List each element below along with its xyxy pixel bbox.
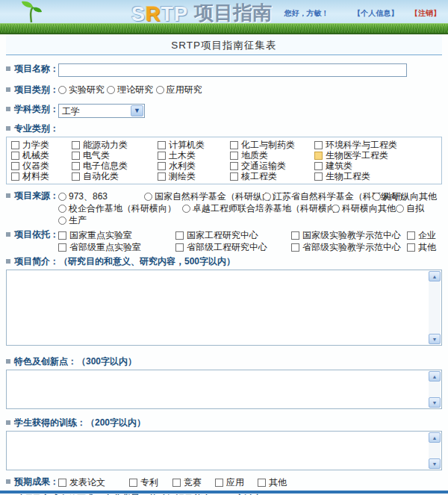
logout-link[interactable]: 【注销】: [411, 9, 441, 17]
radio-icon: [107, 86, 115, 94]
subject-select-value: 工学: [59, 105, 130, 117]
bullet-icon: [6, 87, 10, 92]
radio-option[interactable]: 自拟: [396, 202, 424, 214]
radio-option[interactable]: 国家自然科学基金（科研纵向）: [144, 190, 263, 202]
project-type-label: 项目类别：: [6, 84, 58, 96]
scroll-up-icon[interactable]: ▲: [429, 432, 441, 443]
checkbox-option[interactable]: 国家重点实验室: [58, 229, 175, 241]
radio-option-theory[interactable]: 理论研究: [107, 84, 153, 95]
field-project-source: 项目来源： 973、863 国家自然科学基金（科研纵向） 江苏省自然科学基金（科…: [6, 190, 442, 226]
checkbox-icon: [291, 231, 299, 240]
checkbox-icon: [11, 141, 19, 149]
checkbox-option[interactable]: 省部级实验教学示范中心: [291, 241, 407, 253]
radio-option[interactable]: 生产: [58, 214, 87, 226]
field-project-type: 项目类别： 实验研究 理论研究 应用研究: [6, 84, 442, 96]
project-name-label: 项目名称：: [6, 63, 58, 75]
checkbox-icon: [158, 172, 166, 181]
checkbox-icon: [407, 231, 415, 240]
radio-option[interactable]: 973、863: [58, 190, 144, 202]
scroll-down-icon[interactable]: ▼: [429, 397, 441, 408]
outcomes-label: 预期成果：: [6, 476, 58, 488]
sprout-icon: [16, 1, 48, 25]
form-title-area: SRTP项目指南征集表: [6, 34, 442, 55]
checkbox-icon: [291, 243, 299, 252]
radio-icon: [182, 205, 190, 213]
checkbox-icon: [11, 152, 19, 160]
scroll-up-icon[interactable]: ▲: [429, 371, 441, 382]
personal-info-link[interactable]: 【个人信息】: [353, 9, 398, 17]
scroll-up-icon[interactable]: ▲: [429, 271, 441, 281]
checkbox-option[interactable]: 企业: [407, 229, 436, 241]
checkbox-icon: [72, 172, 80, 181]
radio-option[interactable]: 卓越工程师联合培养基地（科研横向）: [182, 202, 332, 214]
logo-letter: S: [131, 3, 146, 25]
greeting-text: 您好，方敏！: [284, 9, 329, 17]
bullet-icon: [6, 232, 10, 237]
checkbox-option[interactable]: 发表论文: [58, 476, 129, 488]
checkbox-icon: [258, 479, 266, 487]
checkbox-option[interactable]: 应用: [215, 476, 258, 488]
radio-icon: [156, 86, 164, 94]
checkbox-option[interactable]: 国家级实验教学示范中心: [291, 229, 407, 241]
checkbox-option[interactable]: 其他: [407, 241, 436, 253]
checkbox-icon: [314, 141, 323, 149]
bullet-icon: [6, 107, 10, 111]
subject-select[interactable]: 工学 ▼: [58, 104, 145, 118]
checkbox-option[interactable]: 省部级重点实验室: [58, 241, 175, 253]
radio-option[interactable]: 校企合作基地（科研横向）: [58, 202, 182, 214]
checkbox-option[interactable]: 国家工程研究中心: [175, 229, 291, 241]
form-title: SRTP项目指南征集表: [171, 40, 276, 51]
features-label: 特色及创新点：（300字以内）: [6, 356, 442, 367]
radio-icon: [58, 86, 66, 94]
radio-icon: [144, 193, 152, 201]
checkbox-option[interactable]: 测绘类: [158, 170, 230, 183]
checkbox-icon: [158, 141, 166, 149]
scroll-down-icon[interactable]: ▼: [429, 458, 441, 469]
page-header: SRTP项目指南 您好，方敏！ 【个人信息】 【注销】: [0, 0, 448, 34]
bullet-icon: [6, 193, 10, 198]
checkbox-icon: [58, 231, 66, 240]
checkbox-icon: [230, 172, 238, 181]
training-textarea[interactable]: ▲ ▼: [6, 431, 442, 470]
radio-option[interactable]: 科研纵向其他: [373, 190, 437, 202]
logo-letter: T: [161, 3, 175, 25]
radio-icon: [58, 217, 66, 225]
logo-title: 项目指南: [194, 1, 272, 24]
scrollbar[interactable]: ▲ ▼: [429, 271, 441, 344]
checkbox-icon: [314, 162, 323, 170]
radio-icon: [58, 205, 66, 213]
logo-letter: P: [174, 3, 188, 25]
radio-option-applied[interactable]: 应用研究: [156, 84, 202, 95]
project-name-input[interactable]: [58, 63, 407, 77]
checkbox-icon: [11, 172, 19, 181]
chevron-down-icon[interactable]: ▼: [131, 105, 143, 116]
checkbox-option[interactable]: 自动化类: [72, 170, 158, 183]
checkbox-icon: [72, 152, 80, 160]
checkbox-option[interactable]: 省部级工程研究中心: [175, 241, 291, 253]
scrollbar[interactable]: ▲ ▼: [429, 371, 441, 408]
checkbox-option[interactable]: 竞赛: [172, 476, 215, 488]
intro-textarea[interactable]: ▲ ▼: [6, 270, 442, 346]
radio-option[interactable]: 江苏省自然科学基金（科研纵向）: [263, 190, 373, 202]
scrollbar[interactable]: ▲ ▼: [429, 432, 441, 469]
field-project-support: 项目依托： 国家重点实验室 国家工程研究中心 国家级实验教学示范中心 企业 省部…: [6, 229, 442, 253]
checkbox-icon: [407, 243, 415, 252]
major-type-label: 专业类别：: [6, 123, 442, 134]
checkbox-icon: [215, 479, 223, 487]
radio-option-experiment[interactable]: 实验研究: [58, 84, 105, 95]
checkbox-icon: [11, 162, 19, 170]
intro-label: 项目简介：（研究目的和意义、研究内容，500字以内）: [6, 256, 442, 267]
checkbox-option[interactable]: 材料类: [11, 170, 72, 183]
checkbox-option[interactable]: 专利: [129, 476, 172, 488]
checkbox-option[interactable]: 生物工程类: [314, 170, 370, 183]
scroll-down-icon[interactable]: ▼: [429, 334, 441, 344]
checkbox-icon: [72, 141, 80, 149]
features-textarea[interactable]: ▲ ▼: [6, 370, 442, 409]
field-subject-type: 学科类别： 工学 ▼: [6, 104, 442, 118]
checkbox-option[interactable]: 核工程类: [230, 170, 314, 183]
checkbox-option[interactable]: 其他: [258, 476, 287, 488]
radio-option[interactable]: 科研横向其他: [332, 202, 396, 214]
field-features: 特色及创新点：（300字以内） ▲ ▼: [6, 356, 442, 409]
bullet-icon: [6, 359, 10, 364]
site-logo: SRTP项目指南: [131, 0, 272, 26]
